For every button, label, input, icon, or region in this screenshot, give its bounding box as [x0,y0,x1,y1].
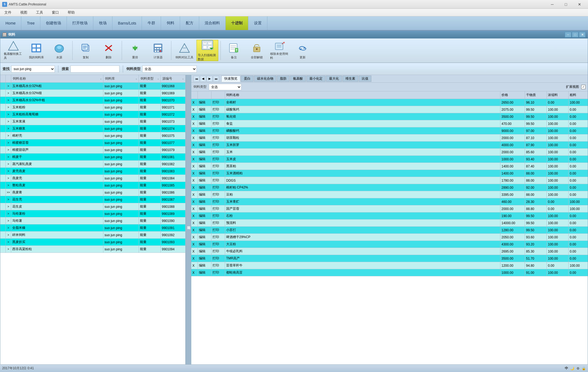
right-table-row[interactable]: X 编辑 打印 预混料 14000.00 99.50 100.00 0.00 [191,220,588,227]
subwindow-close[interactable]: ✕ [579,32,586,37]
right-cell-x[interactable]: X [191,212,198,219]
menu-window[interactable]: 窗口 [50,10,61,16]
right-table-row[interactable]: X 编辑 打印 啤酒糟干29%CP 2050.00 93.60 100.00 0… [191,234,588,241]
nav-tab-feed[interactable]: 饲料 [161,16,180,30]
right-cell-edit[interactable]: 编辑 [198,212,211,219]
expand-btn[interactable]: > [6,132,11,139]
right-cell-print[interactable]: 打印 [211,120,225,127]
tool-update[interactable]: 更新 [292,40,314,61]
nav-tab-barns[interactable]: Barns/Lots [112,16,142,30]
right-table-row[interactable]: X 编辑 打印 小苏打 1280.00 99.50 100.00 0.00 [191,227,588,234]
expand-btn[interactable]: > [6,90,11,97]
right-table-row[interactable]: X 编辑 打印 TMR高产 3500.00 51.70 100.00 0.00 [191,255,588,262]
right-cell-x[interactable]: X [191,163,198,170]
col-feed-type[interactable]: 饲料类型 ⬨ [139,75,161,82]
left-table-row[interactable]: > 玉米粗粉 suo jun ping 能量 9901071 [0,104,185,111]
right-cell-print[interactable]: 打印 [211,198,225,205]
right-cell-edit[interactable]: 编辑 [198,220,211,226]
right-cell-x[interactable]: X [191,99,198,106]
tool-reorder[interactable]: 重排 [124,40,146,61]
right-cell-edit[interactable]: 编辑 [198,127,211,134]
left-table-row[interactable]: > 麦壳燕麦 suo jun ping 能量 9901083 [0,168,185,175]
expand-btn[interactable]: > [6,203,11,210]
maximize-button[interactable]: □ [560,0,572,9]
right-cell-x[interactable]: X [191,170,198,177]
left-table-row[interactable]: > 玉米穗高水分32%细 suo jun ping 能量 9901069 [0,90,185,97]
left-table-row[interactable]: >> 燕麦膏 suo jun ping 能量 9901086 [0,189,185,196]
expand-btn[interactable]: >> [6,189,11,196]
left-table-row[interactable]: > 玉米浆液 suo jun ping 能量 9901073 [0,118,185,125]
filter-type-select[interactable]: 全选 [209,84,241,90]
right-cell-print[interactable]: 打印 [211,220,225,226]
menu-file[interactable]: 文件 [2,10,14,16]
right-table-row[interactable]: X 编辑 打印 黑茶粕 1400.00 87.40 100.00 0.00 [191,163,588,170]
right-cell-x[interactable]: X [191,113,198,120]
expand-btn[interactable]: > [6,217,11,224]
right-cell-print[interactable]: 打印 [211,177,225,184]
right-cell-x[interactable]: X [191,269,198,276]
menu-help[interactable]: 帮助 [65,10,77,16]
right-cell-edit[interactable]: 编辑 [198,99,211,106]
right-table-row[interactable]: X 编辑 打印 玉米 2000.00 85.60 100.00 0.00 [191,149,588,156]
right-cell-print[interactable]: 打印 [211,149,225,155]
right-cell-edit[interactable]: 编辑 [198,248,211,255]
expand-btn[interactable]: > [6,175,11,182]
tab-amino-acid[interactable]: 氨基酸 [290,76,306,82]
nav-first-btn[interactable]: ⏮ [193,76,199,82]
left-table-row[interactable]: > 全脂米糠 suo jun ping 能量 9901091 [0,224,185,232]
right-cell-print[interactable]: 打印 [211,184,225,191]
expand-view-checkbox[interactable]: ✓ [581,85,586,89]
menu-view[interactable]: 视图 [18,10,29,16]
right-cell-edit[interactable]: 编辑 [198,156,211,163]
right-table-row[interactable]: X 编辑 打印 国产苜蓿 2000.00 88.80 0.00 100.00 [191,205,588,212]
nav-prev-btn[interactable]: ◀ [200,76,206,82]
right-table-row[interactable]: X 编辑 打印 玉米胚芽 4000.00 87.90 100.00 0.00 [191,142,588,149]
tool-remove-unused[interactable]: 移除未使用饲料 [269,40,291,61]
right-cell-edit[interactable]: 编辑 [198,198,211,205]
right-table-row[interactable]: X 编辑 打印 磷酸酸钙 9000.00 97.00 100.00 0.00 [191,127,588,134]
right-cell-edit[interactable]: 编辑 [198,106,211,113]
expand-btn[interactable]: > [6,232,11,238]
expand-btn[interactable]: > [6,239,11,245]
expand-btn[interactable]: > [6,125,11,132]
right-cell-edit[interactable]: 编辑 [198,269,211,276]
right-cell-print[interactable]: 打印 [211,134,225,141]
tool-amino-convert[interactable]: 氨基酸转换工具 [2,40,24,61]
nav-tab-decimal[interactable]: 十进制 [226,16,248,30]
right-cell-print[interactable]: 打印 [211,262,225,269]
tab-fat[interactable]: 脂肪 [277,76,289,82]
right-cell-edit[interactable]: 编辑 [198,149,211,155]
left-table-row[interactable]: > 花生皮 suo jun ping 能量 9901088 [0,203,185,210]
expand-btn[interactable]: > [6,246,11,253]
left-table-row[interactable]: > 棉麦干 suo jun ping 能量 9901081 [0,154,185,161]
tool-unlock-all[interactable]: 全部解锁 [246,40,268,61]
right-col-dry[interactable]: 干物质 [525,91,547,99]
right-cell-print[interactable]: 打印 [211,234,225,241]
right-table-row[interactable]: X 编辑 打印 碳酸氢钙 2075.00 99.50 100.00 0.00 [191,106,588,113]
right-cell-edit[interactable]: 编辑 [198,142,211,148]
right-cell-x[interactable]: X [191,262,198,269]
right-cell-x[interactable]: X [191,134,198,141]
expand-btn[interactable]: > [6,168,11,175]
right-table-row[interactable]: X 编辑 打印 石粉 190.00 99.50 100.00 0.00 [191,212,588,220]
right-table-row[interactable]: X 编辑 打印 全棉籽 2650.00 96.10 0.00 100.00 [191,99,588,106]
right-cell-print[interactable]: 打印 [211,212,225,219]
expand-btn[interactable]: > [6,83,11,89]
right-cell-print[interactable]: 打印 [211,255,225,262]
minimize-button[interactable]: ─ [546,0,559,9]
left-table-row[interactable]: > 玉米穗高水分32%粗 suo jun ping 能量 9901068 [0,83,185,90]
nav-tab-open-farm[interactable]: 打开牧场 [67,16,93,30]
nav-tab-home[interactable]: Home [0,16,21,30]
left-table-row[interactable]: > 碎米饲料 suo jun ping 能量 9901092 [0,232,185,239]
expand-btn[interactable]: > [6,146,11,153]
right-cell-print[interactable]: 打印 [211,191,225,198]
right-cell-x[interactable]: X [191,227,198,233]
menu-tools[interactable]: 工具 [34,10,45,16]
expand-btn[interactable]: > [6,118,11,125]
right-table-row[interactable]: X 编辑 打印 棉籽粕 CP42% 2890.00 92.00 100.00 0… [191,184,588,191]
tab-minimize[interactable]: 最小化定 [306,76,326,82]
search-find-select[interactable]: suo jun ping [11,65,55,73]
right-cell-edit[interactable]: 编辑 [198,184,211,191]
left-table-row[interactable]: > 蒸汽液轧燕麦 suo jun ping 能量 9901082 [0,161,185,168]
left-table-row[interactable]: > 玉米粗粉高葡萄糖 suo jun ping 能量 9901072 [0,111,185,118]
